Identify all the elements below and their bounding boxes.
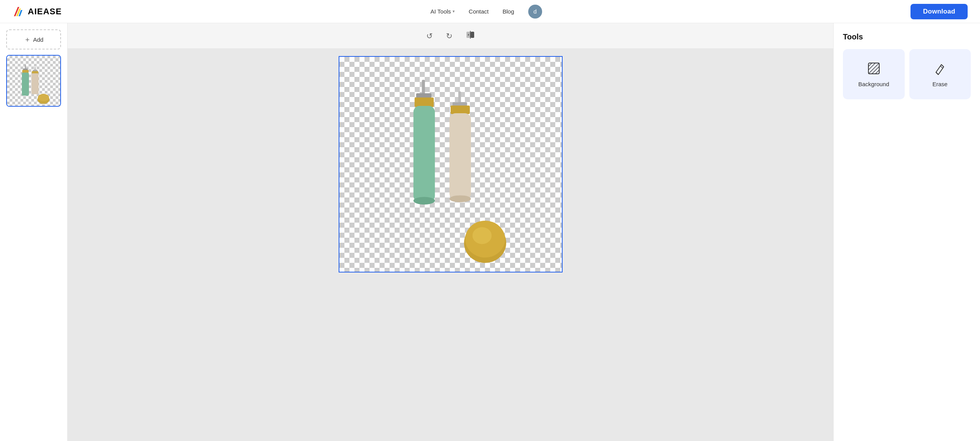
avatar[interactable]: d (528, 5, 542, 19)
nav-ai-tools[interactable]: AI Tools ▾ (431, 8, 455, 15)
erase-tool-label: Erase (933, 81, 948, 87)
compare-button[interactable] (463, 29, 478, 43)
svg-rect-21 (413, 106, 435, 202)
svg-rect-18 (422, 80, 425, 95)
header: AIEASE AI Tools ▾ Contact Blog d Downloa… (0, 0, 980, 23)
svg-rect-9 (32, 71, 38, 74)
svg-rect-26 (449, 113, 471, 199)
add-button[interactable]: ＋ Add (6, 29, 61, 49)
undo-button[interactable]: ↺ (423, 30, 436, 42)
svg-rect-23 (458, 91, 461, 104)
erase-tool-icon (933, 61, 947, 77)
download-button[interactable]: Download (910, 4, 968, 19)
tools-title: Tools (843, 32, 971, 41)
toolbar: ↺ ↻ (68, 23, 833, 48)
svg-rect-10 (32, 73, 39, 94)
nav: AI Tools ▾ Contact Blog d (431, 5, 542, 19)
svg-point-30 (472, 227, 492, 244)
product-image-svg (339, 57, 562, 272)
compare-icon (466, 30, 475, 39)
svg-rect-5 (22, 70, 29, 73)
svg-rect-24 (452, 102, 467, 106)
left-sidebar: ＋ Add (0, 23, 68, 441)
svg-line-35 (872, 66, 879, 74)
svg-point-22 (413, 197, 435, 204)
background-tool-label: Background (858, 81, 889, 87)
right-panel: Tools Background (833, 23, 980, 441)
tools-grid: Background Erase (843, 49, 971, 99)
chevron-down-icon: ▾ (453, 9, 455, 14)
svg-point-12 (38, 94, 49, 101)
thumbnail-card[interactable] (6, 55, 61, 107)
thumbnail-image (7, 56, 60, 106)
main-layout: ＋ Add (0, 23, 980, 441)
erase-tool-card[interactable]: Erase (909, 49, 971, 99)
svg-point-27 (449, 195, 471, 202)
thumbnail-bottles-svg (7, 56, 60, 106)
background-tool-card[interactable]: Background (843, 49, 905, 99)
svg-rect-19 (416, 93, 431, 98)
plus-icon: ＋ (24, 35, 31, 44)
nav-contact[interactable]: Contact (469, 8, 489, 15)
logo[interactable]: AIEASE (12, 5, 62, 18)
redo-button[interactable]: ↻ (443, 30, 456, 42)
canvas-area: ↺ ↻ (68, 23, 833, 441)
svg-rect-6 (22, 73, 29, 96)
nav-blog[interactable]: Blog (503, 8, 514, 15)
svg-rect-20 (414, 97, 434, 107)
svg-rect-25 (451, 106, 470, 114)
svg-line-33 (868, 63, 875, 70)
canvas-wrapper (68, 48, 833, 441)
logo-icon (12, 5, 25, 18)
canvas-frame (339, 56, 563, 272)
background-tool-icon (867, 61, 881, 77)
logo-text: AIEASE (28, 7, 62, 17)
